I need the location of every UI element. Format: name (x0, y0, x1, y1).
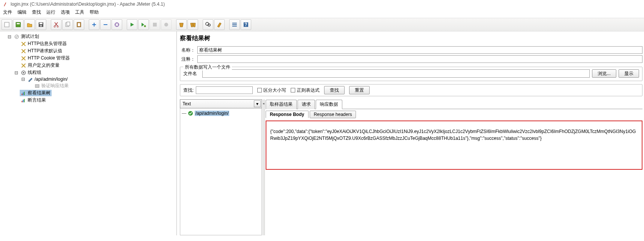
results-left: Text ▾ — /api/admin/login/ (180, 99, 262, 235)
menu-search[interactable]: 查找 (32, 9, 41, 16)
toggle-icon[interactable]: ⊟ (8, 34, 11, 39)
groupbox-legend: 所有数据写入一个文件 (183, 64, 232, 70)
menubar: 文件 编辑 查找 运行 选项 工具 帮助 (0, 8, 644, 18)
tree-req-defaults[interactable]: HTTP请求默认值 (14, 47, 176, 55)
svg-point-25 (23, 72, 24, 74)
svg-rect-27 (22, 94, 22, 95)
svg-point-15 (164, 23, 168, 27)
clear-icon[interactable] (176, 19, 187, 30)
subtab-headers[interactable]: Response headers (310, 111, 356, 118)
regex-checkbox[interactable]: 正则表达式 (291, 87, 320, 94)
response-body[interactable]: {"code":200,"data":{"token":"eyJ0eXAiOiJ… (266, 121, 642, 170)
name-input[interactable] (197, 46, 642, 54)
stop-icon[interactable] (150, 19, 160, 30)
svg-rect-11 (78, 23, 80, 26)
clear-all-icon[interactable] (187, 19, 198, 30)
tab-sampler-result[interactable]: 取样器结果 (266, 100, 297, 109)
svg-rect-2 (17, 23, 20, 24)
svg-rect-26 (35, 85, 39, 88)
svg-rect-20 (232, 26, 237, 27)
svg-rect-30 (22, 101, 22, 102)
tab-response[interactable]: 响应数据 (316, 100, 342, 109)
write-file-groupbox: 所有数据写入一个文件 文件名 浏览... 显示 (180, 67, 642, 81)
help-icon[interactable]: ? (241, 19, 251, 30)
reset-search-icon[interactable] (214, 19, 225, 30)
tree-header-mgr[interactable]: HTTP信息头管理器 (14, 40, 176, 47)
comment-label: 注释： (180, 56, 195, 63)
result-sample[interactable]: — /api/admin/login/ (182, 111, 260, 116)
tree-assert[interactable]: 验证响应结果 (28, 82, 176, 89)
toggle-icon[interactable]: ⊟ (14, 70, 18, 75)
search-button[interactable]: 查找 (324, 86, 345, 94)
open-icon[interactable] (24, 19, 35, 30)
chevron-down-icon[interactable]: ▾ (254, 100, 261, 107)
menu-help[interactable]: 帮助 (90, 9, 99, 16)
tree-sampler[interactable]: ⊟/api/admin/login/ (21, 76, 176, 82)
show-log-button[interactable]: 显示 (619, 69, 639, 78)
tab-request[interactable]: 请求 (298, 100, 315, 109)
shutdown-icon[interactable] (161, 19, 172, 30)
jmeter-icon (3, 2, 8, 7)
case-checkbox[interactable]: 区分大小写 (257, 87, 286, 94)
tree-test-plan[interactable]: ⊟ 测试计划 (8, 33, 176, 40)
tree-view-results[interactable]: 察看结果树 (14, 89, 176, 97)
paste-icon[interactable] (74, 19, 84, 30)
svg-rect-28 (23, 92, 24, 95)
reset-button[interactable]: 重置 (349, 86, 370, 94)
svg-rect-5 (40, 25, 42, 27)
window-title: login.jmx (C:\Users\Administrator\Deskto… (11, 2, 165, 7)
svg-rect-1 (16, 22, 20, 27)
results-area: Text ▾ — /api/admin/login/ 取样器结果 请求 响应数据 (180, 99, 642, 235)
tree-thread-group[interactable]: ⊟线程组 (14, 69, 176, 76)
panel-heading: 察看结果树 (180, 34, 642, 45)
save-icon[interactable] (36, 19, 46, 30)
toggle-icon[interactable] (112, 19, 122, 30)
result-tabs: 取样器结果 请求 响应数据 (266, 99, 642, 109)
svg-rect-0 (5, 22, 9, 27)
svg-text:?: ? (244, 22, 247, 27)
tree-panel[interactable]: ⊟ 测试计划 HTTP信息头管理器 HTTP请求默认值 HTTP Cookie … (0, 31, 177, 235)
splitter[interactable] (263, 99, 265, 235)
tree-user-vars[interactable]: 用户定义的变量 (14, 62, 176, 69)
svg-rect-19 (232, 24, 237, 25)
results-tree[interactable]: — /api/admin/login/ (180, 108, 262, 235)
cut-icon[interactable] (51, 19, 61, 30)
comment-input[interactable] (197, 55, 642, 63)
results-right: 取样器结果 请求 响应数据 Response Body Response hea… (266, 99, 642, 235)
svg-rect-4 (39, 23, 43, 24)
workspace: ⊟ 测试计划 HTTP信息头管理器 HTTP请求默认值 HTTP Cookie … (0, 31, 644, 235)
searchbar: 查找: 区分大小写 正则表达式 查找 重置 (180, 84, 642, 96)
search-input[interactable] (196, 86, 253, 94)
filename-input[interactable] (202, 69, 590, 78)
expand-icon[interactable] (89, 19, 99, 30)
tree-cookie-mgr[interactable]: HTTP Cookie 管理器 (14, 55, 176, 62)
svg-rect-32 (24, 99, 25, 102)
run-nopause-icon[interactable] (138, 19, 149, 30)
titlebar: login.jmx (C:\Users\Administrator\Deskto… (0, 0, 644, 8)
svg-rect-31 (23, 100, 24, 102)
svg-rect-29 (24, 92, 25, 95)
copy-icon[interactable] (62, 19, 73, 30)
browse-button[interactable]: 浏览... (592, 69, 616, 78)
menu-run[interactable]: 运行 (46, 9, 55, 16)
collapse-icon[interactable] (100, 19, 111, 30)
new-icon[interactable] (2, 19, 12, 30)
menu-edit[interactable]: 编辑 (17, 9, 27, 16)
toggle-icon[interactable]: ⊟ (21, 77, 25, 82)
function-icon[interactable] (229, 19, 240, 30)
svg-point-13 (144, 25, 146, 27)
response-subtabs: Response Body Response headers (266, 109, 642, 118)
menu-options[interactable]: 选项 (61, 9, 70, 16)
menu-file[interactable]: 文件 (3, 9, 12, 16)
name-label: 名称： (180, 47, 195, 53)
tree-assertion-results[interactable]: 断言结果 (14, 97, 176, 104)
subtab-body[interactable]: Response Body (266, 111, 309, 118)
filename-label: 文件名 (183, 70, 200, 77)
menu-tools[interactable]: 工具 (75, 9, 84, 16)
search-label: 查找: (183, 87, 194, 94)
success-icon (188, 111, 193, 116)
search-icon[interactable] (203, 19, 213, 30)
run-icon[interactable] (127, 19, 137, 30)
templates-icon[interactable] (13, 19, 24, 30)
renderer-dropdown[interactable]: Text ▾ (180, 99, 262, 108)
